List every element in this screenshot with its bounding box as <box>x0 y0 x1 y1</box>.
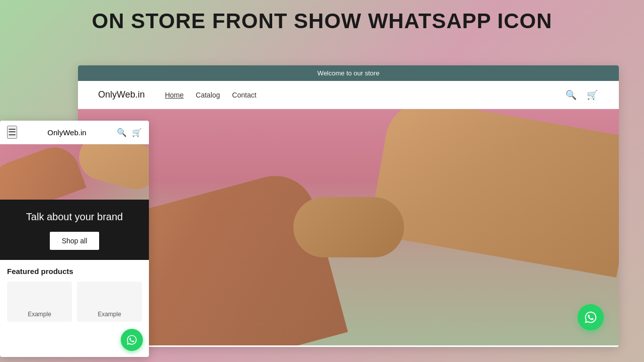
product-label-2: Example <box>98 311 121 318</box>
mobile-brand: OnlyWeb.in <box>47 128 86 137</box>
product-label-1: Example <box>28 311 51 318</box>
mobile-hero-heading: Talk about your brand <box>10 210 139 224</box>
mobile-nav: ☰ OnlyWeb.in 🔍 🛒 <box>0 121 149 144</box>
desktop-brand: OnlyWeb.in <box>98 89 145 100</box>
desktop-search-button[interactable]: 🔍 <box>565 88 578 102</box>
product-grid: Example Example <box>7 282 142 322</box>
desktop-nav-icons: 🔍 🛒 <box>565 88 599 102</box>
whatsapp-button-desktop[interactable] <box>578 304 604 330</box>
hero-background <box>78 109 619 345</box>
announcement-bar: Welcome to our store <box>78 65 619 81</box>
desktop-nav: OnlyWeb.in Home Catalog Contact 🔍 🛒 <box>78 81 619 109</box>
desktop-store-preview: Welcome to our store OnlyWeb.in Home Cat… <box>78 65 619 347</box>
whatsapp-icon <box>584 311 597 324</box>
shop-all-button[interactable]: Shop all <box>50 232 100 250</box>
mobile-store-preview: ☰ OnlyWeb.in 🔍 🛒 Talk about your brand S… <box>0 121 149 357</box>
search-icon: 🔍 <box>566 90 577 100</box>
product-card-2[interactable]: Example <box>77 282 142 322</box>
mobile-nav-icons: 🔍 🛒 <box>117 128 142 137</box>
mobile-search-button[interactable]: 🔍 <box>117 128 127 137</box>
mobile-hand-left <box>0 144 87 200</box>
search-icon: 🔍 <box>117 128 127 137</box>
hamburger-button[interactable]: ☰ <box>7 126 17 139</box>
nav-link-catalog[interactable]: Catalog <box>196 91 220 99</box>
mobile-featured-section: Featured products Example Example <box>0 260 149 329</box>
desktop-hero <box>78 109 619 345</box>
handshake-illustration <box>78 109 619 345</box>
grip-area <box>293 197 404 257</box>
mobile-hero-image <box>0 144 149 200</box>
cart-icon: 🛒 <box>132 128 142 137</box>
whatsapp-button-mobile[interactable] <box>121 329 143 351</box>
desktop-nav-links: Home Catalog Contact <box>165 91 565 99</box>
announcement-text: Welcome to our store <box>317 69 379 77</box>
nav-link-home[interactable]: Home <box>165 91 184 99</box>
desktop-cart-button[interactable]: 🛒 <box>586 88 599 102</box>
whatsapp-icon-mobile <box>126 334 137 345</box>
cart-icon: 🛒 <box>587 90 598 100</box>
page-title: ON STORE FRONT SHOW WHATSAPP ICON <box>0 0 644 38</box>
mobile-cart-button[interactable]: 🛒 <box>132 128 142 137</box>
featured-heading: Featured products <box>7 267 142 276</box>
nav-link-contact[interactable]: Contact <box>232 91 256 99</box>
hand-right <box>369 109 619 278</box>
hamburger-icon: ☰ <box>8 127 16 137</box>
mobile-hero-text: Talk about your brand Shop all <box>0 200 149 260</box>
product-card-1[interactable]: Example <box>7 282 72 322</box>
